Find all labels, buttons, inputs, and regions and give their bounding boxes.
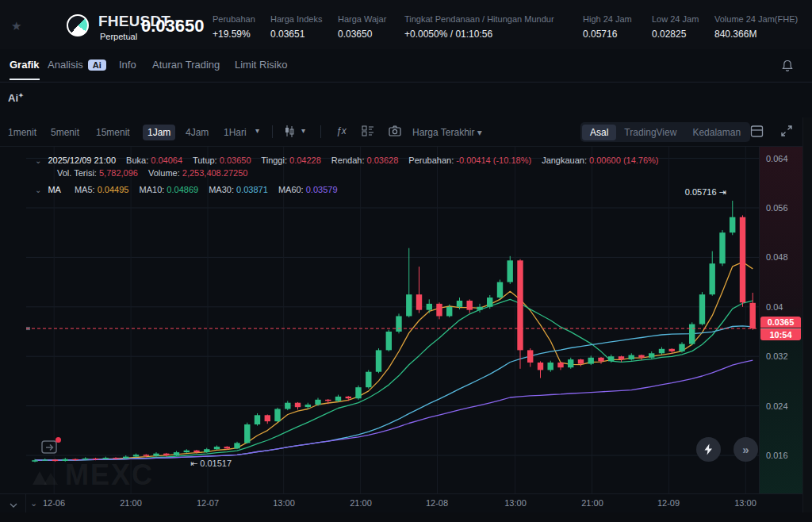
- info-value: 0.04495: [95, 185, 129, 194]
- flash-trade-button[interactable]: [696, 437, 721, 462]
- info-value: -0.00414 (-10.18%): [454, 155, 531, 165]
- chart-canvas[interactable]: 0.05716 ⇥: [26, 147, 759, 493]
- time-axis-label: 13:00: [273, 498, 295, 508]
- bottom-edge: [0, 512, 812, 522]
- stat-low-24h: Low 24 Jam 0.02825: [652, 14, 699, 40]
- lightning-icon: [703, 443, 714, 455]
- tf-5menit[interactable]: 5menit: [46, 125, 84, 140]
- stat-label: Harga Indeks: [270, 14, 322, 24]
- info-value: 0.03650: [217, 155, 251, 165]
- chart-view-switcher: Asal TradingView Kedalaman: [580, 122, 750, 142]
- chevrons-right-icon: »: [742, 443, 749, 456]
- info-label: Tinggi:: [259, 155, 287, 165]
- info-value: 0.04869: [164, 185, 198, 194]
- tab-limit-risiko[interactable]: Limit Risiko: [235, 59, 287, 71]
- stat-change: Perubahan +19.59%: [213, 14, 255, 40]
- info-value: 0.00600 (14.76%): [587, 155, 659, 165]
- time-axis-label: 12-09: [657, 498, 680, 508]
- panel-layout-icon[interactable]: [749, 124, 764, 139]
- info-value: 0.03579: [304, 185, 338, 194]
- time-axis[interactable]: 12-0621:0012-0713:0021:0012-0813:0021:00…: [0, 493, 802, 512]
- tf-4jam[interactable]: 4Jam: [181, 125, 213, 140]
- ai-side-label: Ai: [8, 92, 18, 104]
- tf-1hari[interactable]: 1Hari: [219, 125, 251, 140]
- indicator-layout-icon[interactable]: [361, 124, 375, 138]
- stat-volume-24h: Volume 24 Jam(FHE) 840.366M: [714, 14, 798, 40]
- indicators-fx-icon[interactable]: ƒx: [336, 125, 347, 136]
- chart-style-caret[interactable]: ▾: [301, 126, 305, 135]
- info-label: Vol. Terisi:: [57, 168, 97, 178]
- ai-assistant-icon[interactable]: Ai✦: [8, 92, 24, 104]
- stat-value: +19.59%: [213, 29, 255, 40]
- mexc-watermark: MEXC: [32, 459, 154, 492]
- stat-label: Harga Wajar: [338, 14, 386, 24]
- collapse-info-icon[interactable]: ⌄: [35, 156, 41, 165]
- notification-dot: [56, 437, 61, 443]
- tf-15menit[interactable]: 15menit: [91, 125, 135, 140]
- price-axis-label: 0.016: [766, 451, 788, 460]
- price-axis-label: 0.04: [766, 302, 783, 312]
- tf-1jam[interactable]: 1Jam: [143, 125, 175, 140]
- coin-logo: [67, 14, 89, 36]
- info-label: Rendah:: [329, 155, 365, 165]
- price-type-dropdown[interactable]: Harga Terakhir ▾: [412, 127, 482, 138]
- divider: [320, 125, 321, 138]
- price-axis-label: 0.048: [766, 252, 788, 262]
- chart-toolbar: 1menit 5menit 15menit 1Jam 4Jam 1Hari ▾ …: [0, 117, 812, 147]
- info-label: Buka:: [124, 155, 148, 165]
- last-price: 0.03650: [141, 16, 205, 36]
- collapse-ma-icon[interactable]: ⌄: [35, 186, 41, 194]
- info-value: 0.03628: [364, 155, 398, 165]
- ma-info-row: ⌄MA MA5: 0.04495 MA10: 0.04869 MA30: 0.0…: [35, 185, 338, 194]
- last-price-badge: 0.0365: [760, 317, 801, 328]
- low-price-value: 0.01517: [200, 459, 232, 468]
- watermark-text: MEXC: [65, 459, 154, 492]
- divider: [272, 125, 273, 138]
- favorite-star-icon[interactable]: ★: [11, 19, 21, 33]
- tab-aturan-trading[interactable]: Aturan Trading: [152, 59, 220, 71]
- info-value: 0.04064: [148, 155, 182, 165]
- info-label: MA30:: [206, 185, 234, 194]
- stat-value: 0.03651: [270, 29, 322, 40]
- price-axis-label: 0.024: [766, 401, 788, 411]
- camera-icon[interactable]: [388, 124, 402, 138]
- ma-title: MA: [48, 185, 61, 194]
- ai-badge: Ai: [88, 59, 106, 71]
- price-axis-label: 0.056: [766, 203, 788, 213]
- low-price-marker: ⇤ 0.01517: [190, 459, 232, 469]
- stat-label: Low 24 Jam: [652, 14, 699, 24]
- tab-info[interactable]: Info: [119, 59, 136, 71]
- trading-page: ★ FHEUSDT▾ Perpetual 0.03650 Perubahan +…: [0, 0, 812, 522]
- time-axis-label: 21:00: [581, 498, 603, 508]
- info-value: 0.04228: [287, 155, 321, 165]
- view-asal[interactable]: Asal: [582, 125, 616, 140]
- stat-label: Tingkat Pendanaan / Hitungan Mundur: [404, 14, 554, 24]
- view-kedalaman[interactable]: Kedalaman: [684, 125, 749, 140]
- candle-countdown-badge: 10:54: [760, 328, 801, 340]
- tab-grafik[interactable]: Grafik: [10, 59, 40, 71]
- time-axis-label: 12-06: [43, 498, 65, 508]
- info-label: Tutup:: [190, 155, 217, 165]
- stat-value: +0.0050% / 01:10:56: [404, 29, 554, 40]
- time-axis-label: 13:00: [734, 498, 756, 508]
- chart-style-icon[interactable]: [282, 124, 297, 138]
- stat-label: Perubahan: [213, 14, 255, 24]
- page-edge: [802, 117, 812, 512]
- view-tradingview[interactable]: TradingView: [616, 125, 684, 140]
- expand-panel-button[interactable]: »: [733, 437, 758, 462]
- stat-value: 0.03650: [338, 29, 386, 40]
- contract-header: ★ FHEUSDT▾ Perpetual 0.03650 Perubahan +…: [0, 0, 812, 49]
- timeline-collapse-icon[interactable]: ⌄: [30, 498, 37, 509]
- tab-analisis-label: Analisis: [48, 59, 83, 71]
- stat-index-price: Harga Indeks 0.03651: [270, 14, 322, 40]
- volume-info-row: Vol. Terisi: 5,782,096 Volume: 2,253,408…: [49, 168, 247, 178]
- tab-analisis[interactable]: AnalisisAi: [48, 59, 106, 71]
- tf-more-caret[interactable]: ▾: [255, 126, 259, 135]
- tf-1menit[interactable]: 1menit: [3, 125, 41, 140]
- fullscreen-icon[interactable]: [779, 124, 794, 138]
- time-axis-label: 12-07: [197, 498, 219, 508]
- svg-text:0.05716 ⇥: 0.05716 ⇥: [685, 187, 726, 197]
- bell-icon[interactable]: [780, 59, 795, 73]
- mexc-logo-icon: [32, 464, 59, 486]
- info-label: Jangkauan:: [539, 155, 587, 165]
